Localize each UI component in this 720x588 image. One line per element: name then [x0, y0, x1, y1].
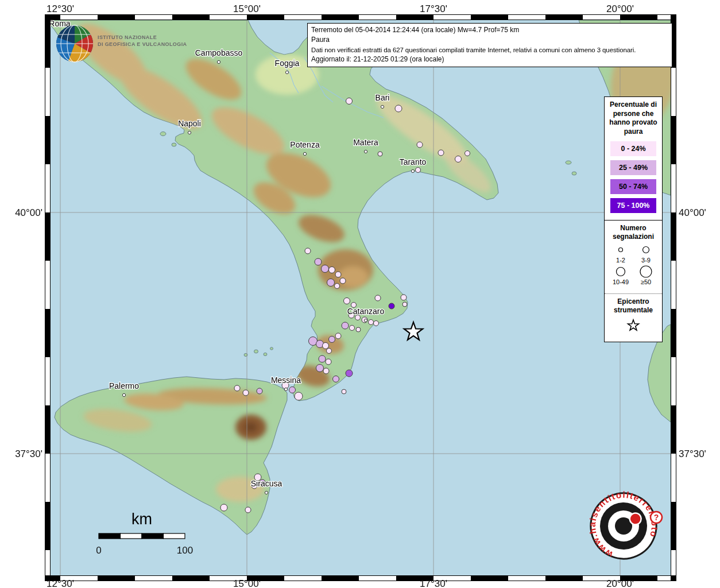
felt-report-point — [465, 151, 470, 156]
island — [572, 172, 576, 175]
city-marker — [217, 60, 220, 63]
felt-report-point — [378, 152, 382, 156]
felt-report-point — [342, 389, 346, 394]
legend-count-class: 10-49 — [608, 265, 633, 285]
felt-report-point — [319, 355, 326, 362]
city-label: Bari — [376, 93, 390, 102]
legend-percent-classes: 0 - 24%25 - 49%50 - 74%75 - 100% — [605, 141, 662, 213]
page: RomaCampobassoFoggiaBariNapoliPotenzaMat… — [0, 0, 720, 588]
city-label: Taranto — [400, 157, 427, 167]
felt-report-point — [315, 258, 322, 265]
epicenter-star-icon — [628, 320, 639, 330]
felt-report-point — [395, 105, 402, 112]
city-label: Messina — [271, 376, 301, 385]
felt-report-point — [295, 392, 303, 400]
felt-report-point — [316, 365, 324, 372]
felt-report-point — [329, 336, 335, 343]
map-title-box: Terremoto del 05-04-2014 12:24:44 (ora l… — [307, 23, 672, 67]
island — [264, 353, 267, 355]
city-label: Campobasso — [195, 48, 243, 57]
city-label: Catanzaro — [347, 307, 385, 316]
city-marker — [381, 105, 384, 108]
ingv-name-line2: DI GEOFISICA E VULCANOLOGIA — [98, 41, 187, 47]
count-circle-icon — [643, 247, 649, 253]
lon-tick-bottom: 12°30' — [47, 578, 74, 588]
scale-unit: km — [131, 510, 152, 528]
felt-report-point — [329, 267, 335, 273]
city-marker — [411, 169, 414, 172]
map-canvas — [51, 14, 683, 575]
city-label: Foggia — [275, 59, 300, 68]
count-circle-icon — [617, 268, 625, 276]
felt-report-point — [416, 168, 421, 173]
felt-report-point — [346, 98, 353, 105]
felt-report-point — [243, 390, 249, 396]
updated-at: Aggiornato il: 21-12-2025 01:29 (ora loc… — [311, 55, 668, 64]
legend-class-swatch: 50 - 74% — [610, 179, 656, 194]
felt-report-point — [257, 388, 262, 394]
felt-report-point — [356, 327, 361, 332]
felt-report-point — [401, 295, 407, 300]
felt-report-point — [375, 295, 381, 301]
question-bubble-icon: ? — [651, 512, 662, 523]
felt-report-point — [327, 279, 335, 287]
count-class-label: ≥50 — [641, 278, 651, 285]
felt-report-point — [333, 376, 339, 382]
scale-start: 0 — [96, 545, 101, 556]
lat-tick-right: 37°30' — [679, 448, 706, 459]
island — [566, 161, 571, 164]
city-label: Potenza — [290, 140, 320, 149]
city-marker — [265, 491, 268, 494]
felt-report-point — [305, 248, 311, 254]
city-label: Palermo — [109, 381, 139, 390]
lon-tick-top: 15°00' — [233, 3, 261, 14]
legend-epicenter-star — [605, 318, 662, 336]
lat-tick-left: 40°00' — [15, 207, 42, 218]
ingv-name-line1: ISTITUTO NAZIONALE — [98, 34, 157, 40]
felt-report-point — [438, 150, 444, 156]
felt-report-point — [402, 302, 407, 307]
legend-class-swatch: 25 - 49% — [610, 160, 656, 175]
felt-report-point — [245, 507, 251, 513]
legend-count-title: Numero segnalazioni — [605, 220, 662, 241]
felt-report-point — [234, 385, 240, 391]
felt-report-point — [220, 504, 227, 511]
felt-report-point — [335, 272, 341, 277]
city-marker — [284, 388, 287, 390]
city-label: Napoli — [178, 119, 201, 128]
felt-report-point — [335, 284, 340, 289]
felt-report-point — [323, 343, 329, 349]
legend-count-class: 1-2 — [608, 243, 633, 264]
lat-tick-right: 40°00' — [679, 207, 706, 218]
island — [254, 350, 258, 353]
lon-tick-bottom: 17°30' — [420, 578, 447, 588]
count-class-label: 10-49 — [613, 278, 629, 285]
city-marker — [364, 150, 367, 153]
felt-report-point — [369, 320, 374, 325]
city-label: Roma — [49, 19, 71, 28]
island — [172, 143, 176, 146]
felt-report-point — [350, 326, 355, 331]
legend-class-swatch: 75 - 100% — [610, 198, 656, 213]
lon-tick-top: 12°30' — [47, 3, 74, 14]
city-label: Siracusa — [251, 479, 282, 488]
map-type-label: Paura — [311, 35, 668, 45]
city-marker — [303, 152, 306, 155]
scale-end: 100 — [177, 545, 193, 556]
felt-report-point — [455, 156, 462, 163]
count-class-label: 3-9 — [641, 257, 651, 264]
felt-report-point — [335, 333, 341, 339]
lon-tick-top: 20°00' — [606, 3, 634, 14]
felt-report-point — [344, 298, 350, 304]
lat-tick-left: 37°30' — [15, 448, 42, 459]
city-marker — [122, 393, 125, 396]
felt-report-point — [389, 303, 394, 309]
question-mark: ? — [654, 513, 659, 522]
lon-tick-bottom: 20°00' — [606, 578, 634, 588]
lon-tick-bottom: 15°00' — [233, 578, 261, 588]
felt-report-point — [289, 387, 296, 393]
island — [270, 347, 273, 350]
legend-epicenter-title: Epicentro strumentale — [605, 293, 662, 314]
legend-count-class: 3-9 — [633, 243, 659, 264]
city-marker — [188, 131, 191, 134]
